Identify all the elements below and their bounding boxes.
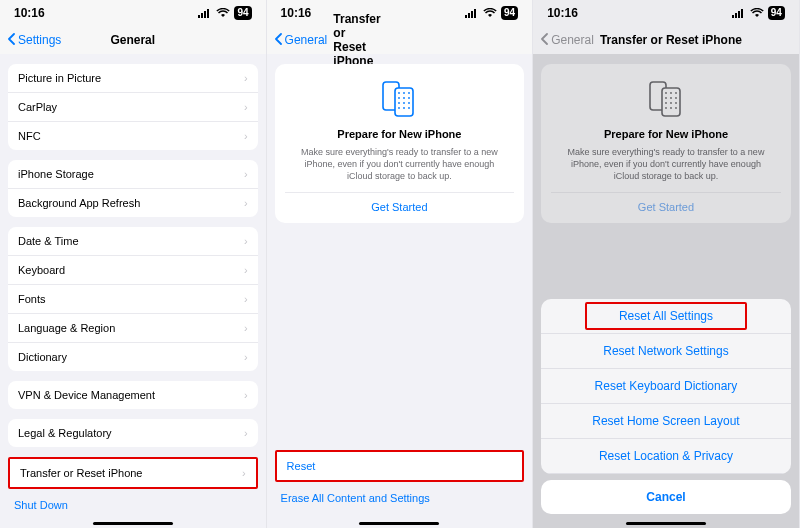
row-language-region[interactable]: Language & Region› bbox=[8, 314, 258, 343]
reset-keyboard-dictionary-button[interactable]: Reset Keyboard Dictionary bbox=[541, 369, 791, 404]
row-carplay[interactable]: CarPlay› bbox=[8, 93, 258, 122]
back-label: General bbox=[285, 33, 328, 47]
reset-home-screen-layout-button[interactable]: Reset Home Screen Layout bbox=[541, 404, 791, 439]
row-label: Transfer or Reset iPhone bbox=[20, 467, 142, 479]
home-indicator[interactable] bbox=[93, 522, 173, 525]
row-nfc[interactable]: NFC› bbox=[8, 122, 258, 150]
cancel-button[interactable]: Cancel bbox=[541, 480, 791, 514]
row-label: Keyboard bbox=[18, 264, 65, 276]
row-label: Picture in Picture bbox=[18, 72, 101, 84]
row-iphone-storage[interactable]: iPhone Storage› bbox=[8, 160, 258, 189]
svg-rect-25 bbox=[741, 9, 743, 18]
wifi-icon bbox=[483, 8, 497, 18]
reset-network-settings-button[interactable]: Reset Network Settings bbox=[541, 334, 791, 369]
status-right: 94 bbox=[732, 6, 785, 20]
prepare-description: Make sure everything's ready to transfer… bbox=[285, 146, 515, 182]
row-background-app-refresh[interactable]: Background App Refresh› bbox=[8, 189, 258, 217]
row-label: Dictionary bbox=[18, 351, 67, 363]
svg-point-21 bbox=[408, 107, 410, 109]
cellular-icon bbox=[732, 8, 746, 18]
panel-reset-sheet: 10:16 94 General Transfer or Reset iPhon… bbox=[533, 0, 800, 528]
chevron-left-icon bbox=[8, 33, 16, 48]
prepare-title: Prepare for New iPhone bbox=[285, 128, 515, 140]
erase-all-button[interactable]: Erase All Content and Settings bbox=[267, 486, 533, 510]
row-label: iPhone Storage bbox=[18, 168, 94, 180]
svg-point-13 bbox=[398, 97, 400, 99]
svg-point-15 bbox=[408, 97, 410, 99]
settings-group: Date & Time› Keyboard› Fonts› Language &… bbox=[8, 227, 258, 371]
nav-bar: General Transfer or Reset iPhone bbox=[533, 26, 799, 54]
status-bar: 10:16 94 bbox=[0, 0, 266, 26]
back-button[interactable]: General bbox=[541, 33, 594, 48]
svg-rect-5 bbox=[468, 13, 470, 18]
chevron-right-icon: › bbox=[244, 389, 248, 401]
settings-group: Picture in Picture› CarPlay› NFC› bbox=[8, 64, 258, 150]
reset-button[interactable]: Reset bbox=[277, 452, 523, 480]
svg-rect-1 bbox=[201, 13, 203, 18]
svg-rect-24 bbox=[738, 11, 740, 18]
status-time: 10:16 bbox=[281, 6, 312, 20]
prepare-phones-icon bbox=[285, 78, 515, 118]
row-label: Fonts bbox=[18, 293, 46, 305]
svg-point-18 bbox=[408, 102, 410, 104]
chevron-left-icon bbox=[541, 33, 549, 48]
row-vpn-device-management[interactable]: VPN & Device Management› bbox=[8, 381, 258, 409]
bottom-actions: Reset Erase All Content and Settings bbox=[267, 440, 533, 520]
row-fonts[interactable]: Fonts› bbox=[8, 285, 258, 314]
shut-down-button[interactable]: Shut Down bbox=[0, 493, 266, 517]
chevron-right-icon: › bbox=[244, 168, 248, 180]
svg-rect-23 bbox=[735, 13, 737, 18]
back-label: Settings bbox=[18, 33, 61, 47]
back-button[interactable]: Settings bbox=[8, 33, 61, 48]
svg-rect-7 bbox=[474, 9, 476, 18]
row-dictionary[interactable]: Dictionary› bbox=[8, 343, 258, 371]
chevron-right-icon: › bbox=[244, 197, 248, 209]
chevron-right-icon: › bbox=[244, 101, 248, 113]
row-label: Language & Region bbox=[18, 322, 115, 334]
home-indicator[interactable] bbox=[626, 522, 706, 525]
svg-rect-3 bbox=[207, 9, 209, 18]
reset-location-privacy-button[interactable]: Reset Location & Privacy bbox=[541, 439, 791, 474]
row-keyboard[interactable]: Keyboard› bbox=[8, 256, 258, 285]
cellular-icon bbox=[198, 8, 212, 18]
row-label: VPN & Device Management bbox=[18, 389, 155, 401]
back-button[interactable]: General bbox=[275, 33, 328, 48]
wifi-icon bbox=[216, 8, 230, 18]
row-transfer-or-reset-iphone[interactable]: Transfer or Reset iPhone› bbox=[10, 459, 256, 487]
row-legal-regulatory[interactable]: Legal & Regulatory› bbox=[8, 419, 258, 447]
battery-icon: 94 bbox=[234, 6, 251, 20]
reset-all-settings-button[interactable]: Reset All Settings bbox=[541, 299, 791, 334]
content-scroll[interactable]: Picture in Picture› CarPlay› NFC› iPhone… bbox=[0, 54, 266, 528]
svg-point-20 bbox=[403, 107, 405, 109]
wifi-icon bbox=[750, 8, 764, 18]
svg-point-16 bbox=[398, 102, 400, 104]
get-started-button[interactable]: Get Started bbox=[285, 192, 515, 213]
chevron-right-icon: › bbox=[244, 351, 248, 363]
svg-point-17 bbox=[403, 102, 405, 104]
status-bar: 10:16 94 bbox=[533, 0, 799, 26]
row-label: CarPlay bbox=[18, 101, 57, 113]
svg-rect-22 bbox=[732, 15, 734, 18]
svg-point-14 bbox=[403, 97, 405, 99]
battery-icon: 94 bbox=[768, 6, 785, 20]
home-indicator[interactable] bbox=[359, 522, 439, 525]
row-date-time[interactable]: Date & Time› bbox=[8, 227, 258, 256]
status-bar: 10:16 94 bbox=[267, 0, 533, 26]
row-picture-in-picture[interactable]: Picture in Picture› bbox=[8, 64, 258, 93]
row-label: Background App Refresh bbox=[18, 197, 140, 209]
chevron-right-icon: › bbox=[244, 293, 248, 305]
status-time: 10:16 bbox=[547, 6, 578, 20]
svg-point-12 bbox=[408, 92, 410, 94]
status-right: 94 bbox=[198, 6, 251, 20]
status-time: 10:16 bbox=[14, 6, 45, 20]
panel-general: 10:16 94 Settings General Picture in Pic… bbox=[0, 0, 267, 528]
reset-action-sheet: Reset All Settings Reset Network Setting… bbox=[541, 299, 791, 520]
status-right: 94 bbox=[465, 6, 518, 20]
chevron-right-icon: › bbox=[244, 130, 248, 142]
chevron-right-icon: › bbox=[244, 235, 248, 247]
row-label: NFC bbox=[18, 130, 41, 142]
settings-group: Legal & Regulatory› bbox=[8, 419, 258, 447]
chevron-left-icon bbox=[275, 33, 283, 48]
content-scroll[interactable]: Prepare for New iPhone Make sure everyth… bbox=[267, 54, 533, 528]
reset-label: Reset bbox=[287, 460, 316, 472]
